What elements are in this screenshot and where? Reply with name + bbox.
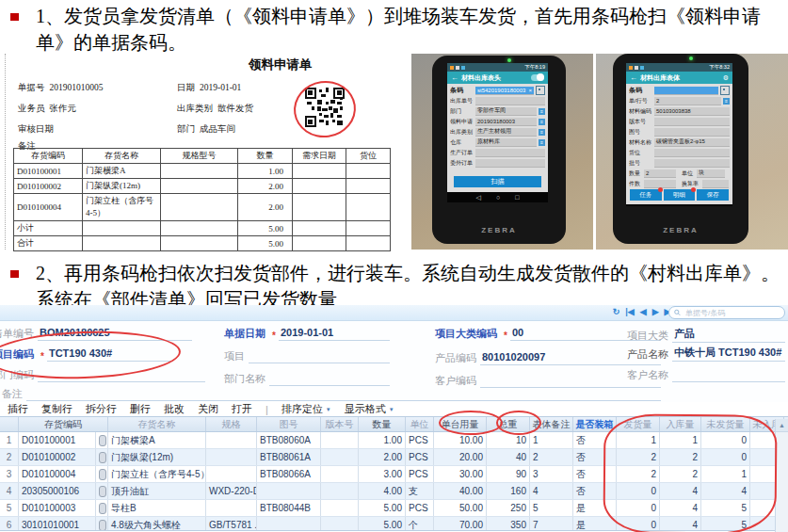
text-field[interactable] — [475, 97, 545, 105]
tools-icon[interactable]: ⚙ — [723, 74, 729, 82]
text-field[interactable] — [654, 128, 730, 137]
refresh-icon[interactable]: ↻ — [613, 307, 620, 316]
save-button[interactable]: 保存 — [697, 189, 729, 201]
col-header[interactable]: 图号 — [257, 417, 321, 431]
col-header[interactable]: 单台用量 — [434, 417, 487, 431]
search-input[interactable] — [683, 308, 780, 318]
text-field[interactable] — [654, 159, 730, 168]
attachment-icon[interactable] — [99, 452, 106, 463]
batch-edit-button[interactable]: 批改 — [164, 402, 185, 416]
copy-row-button[interactable]: 复制行 — [41, 402, 72, 416]
notification-icon — [461, 66, 465, 70]
toggle-switch[interactable] — [531, 74, 544, 81]
delete-row-button[interactable]: 删行 — [130, 402, 151, 416]
zebra-device: 下午8:32 ← 材料出库表体 ⚙ 条码 单/行号2≡ 材料编码50103003… — [613, 54, 748, 244]
led-indicator — [507, 58, 511, 62]
tasks-button[interactable]: 任务 — [630, 189, 662, 201]
insert-row-button[interactable]: 插行 — [8, 402, 28, 416]
nav-home-icon[interactable]: ○ — [496, 194, 500, 201]
dept-name-field[interactable]: 部门名称 — [224, 372, 390, 386]
col-header[interactable]: 存货编码 — [19, 417, 108, 431]
barcode-row: 条码 st54201903180003 × — [450, 86, 545, 95]
doc-date-field[interactable]: 单据日期*2019-01-01 — [224, 327, 390, 341]
attachment-icon[interactable] — [99, 435, 106, 446]
menu-icon[interactable]: ≡ — [539, 139, 545, 146]
nav-back-icon[interactable]: ◁ — [658, 206, 663, 207]
barcode-input[interactable] — [654, 87, 718, 95]
nav-recent-icon[interactable]: □ — [515, 194, 519, 201]
text-field[interactable]: 碳钢管夹盖板2-φ15 — [654, 138, 730, 147]
open-button[interactable]: 打开 — [232, 402, 252, 416]
col-header[interactable]: 总重 — [487, 417, 530, 431]
attachment-icon[interactable] — [99, 486, 106, 497]
list-no-field[interactable]: 清单编号BOM20180625 — [0, 327, 192, 341]
table-row[interactable]: 2 D010100002 门架纵梁(12m) BTB08061A 2.00 PC… — [0, 449, 788, 466]
first-record-icon[interactable]: |◀ — [625, 307, 634, 316]
text-field[interactable] — [654, 149, 730, 157]
scan-icon[interactable] — [720, 86, 730, 95]
rate-field[interactable] — [702, 180, 729, 188]
back-arrow-icon[interactable]: ← — [630, 73, 637, 82]
scroll-up-icon[interactable]: ▲ — [776, 419, 788, 432]
clear-icon[interactable]: × — [528, 88, 532, 93]
project-code-field[interactable]: 项目编码*TCT190 430# — [0, 347, 173, 362]
text-field[interactable] — [475, 159, 545, 168]
text-field[interactable] — [654, 118, 730, 126]
menu-icon[interactable]: ≡ — [539, 129, 545, 136]
table-row[interactable]: 4 20305000106 顶升油缸 WXD-220-D 4.00 支 40.0… — [0, 483, 788, 500]
col-header[interactable]: 是否装箱 — [573, 417, 617, 431]
category-name-field[interactable]: 项目大类产品 — [627, 327, 785, 343]
customer-name-field[interactable]: 客户名称 — [627, 368, 785, 382]
attachment-icon[interactable] — [99, 469, 106, 480]
text-field[interactable]: 生产主材领用 — [475, 128, 537, 137]
scan-button[interactable]: 扫描 — [454, 176, 541, 187]
text-field[interactable]: 原材料库 — [475, 138, 537, 147]
col-header[interactable]: 规格 — [206, 417, 257, 431]
product-name-field[interactable]: 产品名称中铁十局 TCT190 430# — [627, 346, 785, 362]
text-field[interactable]: 50103003838 — [654, 107, 730, 116]
text-field[interactable]: 201903180003 — [475, 118, 537, 126]
col-header[interactable]: 数量 — [359, 417, 406, 431]
field-row: 出库单号 — [450, 96, 545, 105]
attachment-icon[interactable] — [99, 503, 106, 514]
vertical-scrollbar[interactable]: ▲ — [775, 419, 788, 532]
text-field[interactable]: 2 — [654, 97, 721, 105]
col-header[interactable]: 未发货量 — [701, 417, 750, 431]
chevron-down-icon: ▼ — [326, 407, 331, 412]
prev-record-icon[interactable]: ◀ — [640, 307, 647, 316]
text-field[interactable]: 零部件车间 — [475, 107, 537, 116]
menu-icon[interactable]: ≡ — [539, 119, 545, 125]
qty-field[interactable]: 2 — [644, 169, 676, 178]
col-header[interactable]: 表体备注 — [530, 417, 573, 431]
back-arrow-icon[interactable]: ← — [451, 73, 458, 82]
display-format-dropdown[interactable]: 显示格式▼ — [345, 402, 394, 416]
status-bar: 下午8:32 — [626, 63, 732, 72]
nav-back-icon[interactable]: ◁ — [476, 194, 481, 202]
next-record-icon[interactable]: ▶ — [652, 307, 659, 316]
sort-locate-dropdown[interactable]: 排序定位▼ — [281, 402, 331, 416]
col-header[interactable]: 版本号 — [321, 417, 359, 431]
col-header[interactable]: 单位 — [406, 417, 434, 431]
split-row-button[interactable]: 拆分行 — [86, 402, 117, 416]
detail-button[interactable]: 明细 — [664, 189, 696, 201]
text-field[interactable] — [475, 149, 545, 157]
note-field[interactable]: 备注 — [2, 387, 661, 401]
barcode-input[interactable]: st54201903180003 × — [475, 87, 534, 95]
dept-code-field[interactable]: 部门编码 — [0, 368, 205, 382]
scan-icon[interactable] — [536, 86, 545, 95]
menu-icon[interactable]: ≡ — [723, 98, 730, 105]
unit-field[interactable]: 块 — [697, 169, 725, 178]
field-row: 货位 — [629, 148, 730, 157]
attachment-icon[interactable] — [99, 520, 106, 531]
col-header[interactable]: 发货量 — [617, 417, 660, 431]
field-row: 委外订单 — [450, 158, 545, 168]
menu-icon[interactable]: ≡ — [539, 108, 545, 115]
table-row[interactable]: 1 D010100001 门架横梁A BTB08060A 1.00 PCS 10… — [0, 432, 788, 449]
close-button[interactable]: 关闭 — [198, 402, 218, 416]
col-header[interactable]: 存货名称 — [108, 417, 206, 431]
project-name-field[interactable]: 项目 — [224, 349, 390, 363]
table-row[interactable]: 5 D010100003 导柱B BTB08044B 5.00 PCS 50.0… — [0, 500, 788, 517]
col-header[interactable]: 入库量 — [660, 417, 701, 431]
table-row[interactable]: 3 D010100004 门架立柱（含序号4-5） BTB08066A 3.00… — [0, 466, 788, 483]
table-row[interactable]: 6 30101010001 4.8级六角头螺栓 GB/T5781 ... 5.0… — [0, 517, 788, 531]
